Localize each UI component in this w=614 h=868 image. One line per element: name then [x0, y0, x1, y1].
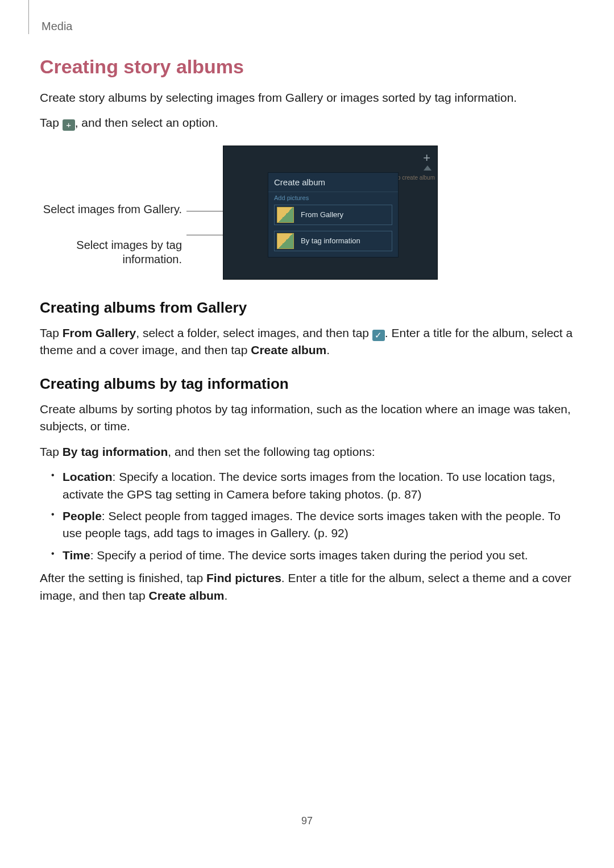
t: , and then set the following tag options…: [168, 445, 375, 458]
callout-gallery: Select images from Gallery.: [40, 202, 182, 217]
callout-tag: Select images by tag information.: [40, 238, 182, 267]
list-item: Time: Specify a period of time. The devi…: [63, 547, 574, 564]
tap-post: , and then select an option.: [75, 116, 218, 129]
heading-tag: Creating albums by tag information: [40, 375, 574, 393]
option-from-gallery[interactable]: From Gallery: [274, 205, 392, 225]
mock-plus-icon: +: [423, 151, 430, 165]
figure: Select images from Gallery. Select image…: [40, 146, 574, 280]
screenshot-mock: + o create album Create album Add pictur…: [223, 146, 438, 280]
list-item: Location: Specify a location. The device…: [63, 468, 574, 503]
gallery-paragraph: Tap From Gallery, select a folder, selec…: [40, 325, 574, 359]
tag-paragraph-1: Create albums by sorting photos by tag i…: [40, 401, 574, 435]
tag-after-paragraph: After the setting is finished, tap Find …: [40, 570, 574, 604]
page-title: Creating story albums: [40, 56, 574, 78]
check-icon: ✓: [372, 330, 385, 341]
item-bold: Location: [63, 470, 113, 483]
page-number: 97: [0, 815, 614, 827]
option-by-tag[interactable]: By tag information: [274, 231, 392, 251]
heading-gallery: Creating albums from Gallery: [40, 299, 574, 317]
find-pictures-bold: Find pictures: [206, 571, 281, 584]
leader-line-2: [186, 235, 229, 235]
from-gallery-bold: From Gallery: [63, 326, 136, 339]
mock-hint-text: o create album: [397, 175, 435, 181]
margin-rule: [28, 0, 29, 34]
item-text: : Select people from tagged images. The …: [63, 509, 561, 539]
intro-paragraph: Create story albums by selecting images …: [40, 89, 574, 106]
item-bold: Time: [63, 549, 90, 562]
create-album-bold: Create album: [148, 589, 224, 602]
mock-arrow-icon: [424, 165, 432, 171]
list-item: People: Select people from tagged images…: [63, 508, 574, 542]
tap-pre: Tap: [40, 116, 63, 129]
option-gallery-label: From Gallery: [301, 210, 343, 219]
figure-callouts: Select images from Gallery. Select image…: [40, 146, 182, 267]
section-header: Media: [42, 20, 574, 33]
plus-icon: +: [63, 119, 75, 131]
t: After the setting is finished, tap: [40, 571, 206, 584]
dialog-title: Create album: [268, 173, 398, 192]
option-tag-label: By tag information: [301, 236, 360, 245]
item-bold: People: [63, 509, 102, 522]
item-text: : Specify a period of time. The device s…: [90, 549, 528, 562]
t: .: [326, 343, 330, 356]
tag-thumb-icon: [277, 233, 294, 249]
create-album-bold: Create album: [251, 343, 326, 356]
t: , select a folder, select images, and th…: [136, 326, 372, 339]
tap-instruction: Tap +, and then select an option.: [40, 114, 574, 131]
tag-paragraph-2: Tap By tag information, and then set the…: [40, 443, 574, 460]
t: Tap: [40, 445, 63, 458]
t: Tap: [40, 326, 63, 339]
gallery-thumb-icon: [277, 207, 294, 223]
dialog-subtitle: Add pictures: [268, 192, 398, 205]
tag-options-list: Location: Specify a location. The device…: [40, 468, 574, 564]
item-text: : Specify a location. The device sorts i…: [63, 470, 555, 500]
t: .: [225, 589, 228, 602]
leader-line-1: [186, 211, 229, 211]
by-tag-bold: By tag information: [63, 445, 168, 458]
create-album-dialog: Create album Add pictures From Gallery B…: [268, 172, 399, 258]
